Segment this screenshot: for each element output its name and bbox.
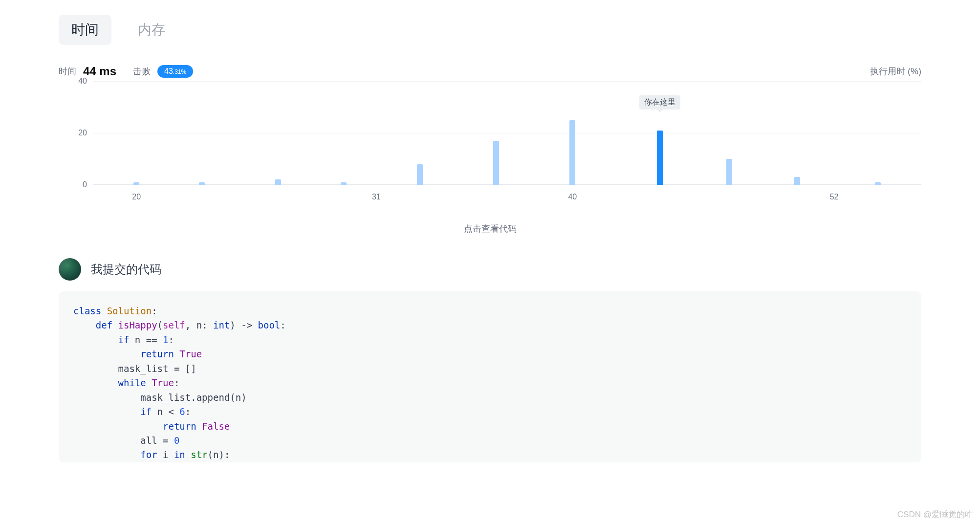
code-title: 我提交的代码 (91, 262, 161, 277)
histogram-bar[interactable] (569, 120, 575, 185)
tooltip-you-are-here: 你在这里 (639, 95, 680, 109)
histogram-bar[interactable] (275, 179, 281, 185)
time-label: 时间 (59, 66, 76, 77)
runtime-pct-label: 执行用时 (%) (870, 66, 921, 77)
runtime-histogram[interactable]: 02040 你在这里 20314052 (59, 81, 921, 208)
x-tick: 20 (132, 193, 141, 201)
y-tick: 0 (83, 180, 87, 189)
x-tick: 40 (568, 193, 577, 201)
histogram-bar[interactable] (875, 182, 881, 185)
histogram-bar[interactable] (417, 164, 423, 185)
avatar[interactable] (59, 258, 81, 281)
histogram-bar[interactable] (726, 159, 732, 185)
x-tick: 52 (830, 193, 839, 201)
stats-row: 时间 44 ms 击败 43.31% 执行用时 (%) (59, 65, 921, 78)
x-tick: 31 (372, 193, 381, 201)
tab-memory[interactable]: 内存 (125, 15, 178, 45)
histogram-bar[interactable] (657, 131, 663, 185)
code-header: 我提交的代码 (59, 258, 921, 281)
chart-caption[interactable]: 点击查看代码 (59, 223, 921, 235)
y-tick: 40 (78, 77, 87, 86)
histogram-bar[interactable] (493, 141, 499, 185)
time-value: 44 ms (83, 65, 116, 78)
tabs: 时间 内存 (59, 15, 921, 45)
code-block: class Solution: def isHappy(self, n: int… (59, 291, 921, 462)
y-tick: 20 (78, 129, 87, 137)
beat-badge: 43.31% (157, 65, 193, 78)
beat-label: 击败 (133, 66, 151, 77)
histogram-bar[interactable] (794, 177, 800, 185)
histogram-bar[interactable] (341, 182, 347, 185)
histogram-bar[interactable] (133, 182, 139, 185)
tab-time[interactable]: 时间 (59, 15, 111, 45)
histogram-bar[interactable] (199, 182, 205, 185)
